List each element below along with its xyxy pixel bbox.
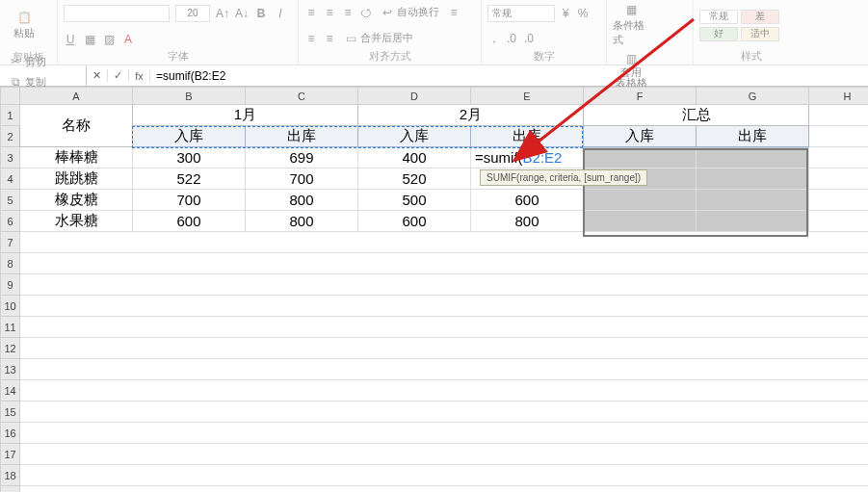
- cell-a5[interactable]: 橡皮糖: [20, 190, 133, 211]
- cell-blank[interactable]: [20, 486, 869, 493]
- select-all-corner[interactable]: [1, 88, 20, 105]
- cell-e2[interactable]: 出库: [471, 126, 584, 147]
- cell-summary[interactable]: 汇总: [584, 105, 809, 126]
- cell-c5[interactable]: 800: [246, 190, 358, 211]
- font-size-combo[interactable]: 20: [175, 5, 210, 22]
- row-4[interactable]: 4: [1, 168, 20, 190]
- cell-c2[interactable]: 出库: [246, 126, 358, 147]
- cell-c6[interactable]: 800: [246, 211, 358, 232]
- cell-month1[interactable]: 1月: [133, 105, 358, 126]
- fx-icon[interactable]: fx: [129, 70, 150, 82]
- row-2[interactable]: 2: [1, 126, 20, 147]
- cell-blank[interactable]: [809, 147, 869, 168]
- cell-f6[interactable]: [584, 211, 697, 232]
- style-normal[interactable]: 常规: [699, 10, 738, 24]
- bold-icon[interactable]: B: [254, 7, 268, 20]
- row-10[interactable]: 10: [1, 296, 20, 317]
- cell-b6[interactable]: 600: [133, 211, 246, 232]
- decrease-font-icon[interactable]: A↓: [235, 7, 249, 20]
- row-15[interactable]: 15: [1, 401, 20, 423]
- font-name-combo[interactable]: [64, 5, 170, 22]
- cell-blank[interactable]: [20, 444, 869, 465]
- row-12[interactable]: 12: [1, 338, 20, 359]
- merge-center-button[interactable]: ▭合并后居中: [341, 29, 416, 48]
- align-mid-icon[interactable]: ≡: [323, 6, 336, 19]
- cell-a6[interactable]: 水果糖: [20, 211, 133, 232]
- cell-blank[interactable]: [809, 105, 869, 126]
- cell-d2[interactable]: 入库: [358, 126, 471, 147]
- border-icon[interactable]: ▦: [83, 33, 96, 46]
- style-good[interactable]: 好: [699, 27, 738, 41]
- conditional-format-button[interactable]: ▦ 条件格式: [613, 2, 649, 48]
- align-top-icon[interactable]: ≡: [304, 6, 318, 19]
- cell-blank[interactable]: [809, 168, 869, 190]
- row-16[interactable]: 16: [1, 423, 20, 444]
- row-19[interactable]: 19: [1, 486, 20, 493]
- align-center-icon[interactable]: ≡: [304, 32, 318, 45]
- dec-decimal-icon[interactable]: .0: [522, 32, 536, 45]
- cell-g6[interactable]: [697, 211, 809, 232]
- cell-blank[interactable]: [20, 317, 869, 338]
- col-A[interactable]: A: [20, 88, 133, 105]
- cell-c4[interactable]: 700: [246, 168, 358, 190]
- cell-f5[interactable]: [584, 190, 697, 211]
- enter-icon[interactable]: ✓: [108, 69, 129, 82]
- col-F[interactable]: F: [584, 88, 697, 105]
- cell-e6[interactable]: 800: [471, 211, 584, 232]
- cell-f3[interactable]: [584, 147, 697, 168]
- cell-g2[interactable]: 出库: [697, 126, 809, 147]
- cell-a3[interactable]: 棒棒糖: [20, 147, 133, 168]
- increase-font-icon[interactable]: A↑: [216, 7, 229, 20]
- col-H[interactable]: H: [809, 88, 869, 105]
- cell-blank[interactable]: [20, 380, 869, 401]
- cell-b5[interactable]: 700: [133, 190, 246, 211]
- align-bot-icon[interactable]: ≡: [341, 6, 355, 19]
- row-8[interactable]: 8: [1, 253, 20, 274]
- cell-blank[interactable]: [809, 126, 869, 147]
- cell-b2[interactable]: 入库: [133, 126, 246, 147]
- cell-month2[interactable]: 2月: [358, 105, 584, 126]
- cell-blank[interactable]: [809, 211, 869, 232]
- cell-blank[interactable]: [20, 359, 869, 380]
- cell-blank[interactable]: [809, 190, 869, 211]
- italic-icon[interactable]: I: [274, 7, 287, 20]
- orientation-icon[interactable]: ⭯: [359, 6, 373, 19]
- cell-blank[interactable]: [20, 253, 869, 274]
- cell-f2[interactable]: 入库: [584, 126, 697, 147]
- inc-decimal-icon[interactable]: .0: [505, 32, 518, 45]
- row-9[interactable]: 9: [1, 274, 20, 296]
- row-3[interactable]: 3: [1, 147, 20, 168]
- style-neutral[interactable]: 适中: [741, 27, 779, 41]
- wrap-text-button[interactable]: ↩自动换行: [378, 3, 442, 22]
- cell-blank[interactable]: [20, 232, 869, 253]
- formula-input[interactable]: =sumif(B2:E2: [150, 65, 868, 86]
- row-14[interactable]: 14: [1, 380, 20, 401]
- cell-a4[interactable]: 跳跳糖: [20, 168, 133, 190]
- cell-d3[interactable]: 400: [358, 147, 471, 168]
- cell-d4[interactable]: 520: [358, 168, 471, 190]
- row-18[interactable]: 18: [1, 465, 20, 486]
- cell-g4[interactable]: [697, 168, 809, 190]
- row-7[interactable]: 7: [1, 232, 20, 253]
- col-D[interactable]: D: [358, 88, 471, 105]
- align-right-icon[interactable]: ≡: [323, 32, 336, 45]
- row-17[interactable]: 17: [1, 444, 20, 465]
- comma-icon[interactable]: ,: [487, 32, 501, 45]
- row-5[interactable]: 5: [1, 190, 20, 211]
- cell-g3[interactable]: [697, 147, 809, 168]
- row-1[interactable]: 1: [1, 105, 20, 126]
- cell-d6[interactable]: 600: [358, 211, 471, 232]
- underline-icon[interactable]: U: [64, 33, 77, 46]
- cell-blank[interactable]: [20, 274, 869, 296]
- currency-icon[interactable]: ¥: [559, 7, 572, 20]
- paste-button[interactable]: 📋 粘贴: [6, 2, 42, 48]
- fill-color-icon[interactable]: ▨: [102, 33, 116, 46]
- row-11[interactable]: 11: [1, 317, 20, 338]
- spreadsheet-grid[interactable]: A B C D E F G H 1 名称 1月 2月 汇总 2 入库 出库 入库…: [0, 87, 868, 492]
- cell-b4[interactable]: 522: [133, 168, 246, 190]
- style-bad[interactable]: 差: [741, 10, 779, 24]
- col-E[interactable]: E: [471, 88, 584, 105]
- col-G[interactable]: G: [697, 88, 809, 105]
- row-13[interactable]: 13: [1, 359, 20, 380]
- col-B[interactable]: B: [133, 88, 246, 105]
